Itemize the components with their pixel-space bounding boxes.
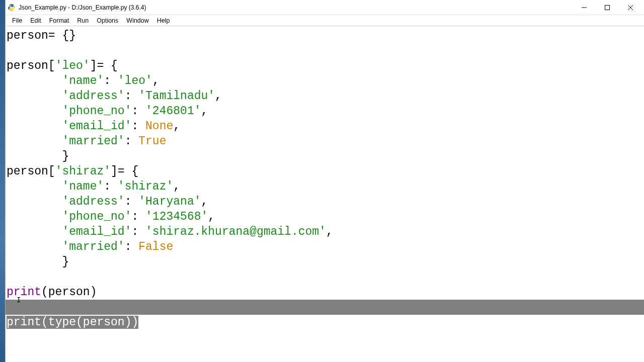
idle-window: Json_Example.py - D:/Json_Example.py (3.… (5, 0, 644, 362)
code-line: person['shiraz']= { (7, 165, 138, 178)
svg-rect-3 (605, 5, 610, 10)
code-line: 'phone_no': '246801', (7, 105, 208, 118)
menu-file[interactable]: File (9, 16, 26, 25)
minimize-button[interactable] (573, 0, 596, 15)
python-icon (8, 4, 16, 12)
desktop-left-sliver (0, 0, 5, 362)
code-line: 'married': False (7, 240, 173, 253)
code-line: person['leo']= { (7, 59, 118, 72)
code-line-selected: print(type(person)) (7, 316, 138, 329)
text-cursor-icon: I (17, 293, 21, 308)
close-button[interactable] (619, 0, 642, 15)
code-line: 'email_id': 'shiraz.khurana@gmail.com', (7, 225, 333, 238)
menu-window[interactable]: Window (123, 16, 152, 25)
code-line: 'married': True (7, 135, 166, 148)
svg-point-1 (13, 10, 14, 11)
code-line: 'name': 'leo', (7, 74, 159, 87)
code-line: 'name': 'shiraz', (7, 180, 180, 193)
menu-format[interactable]: Format (46, 16, 73, 25)
code-line: person= {} (7, 29, 76, 42)
code-line: } (7, 255, 69, 268)
menu-edit[interactable]: Edit (27, 16, 45, 25)
menu-run[interactable]: Run (73, 16, 92, 25)
window-title: Json_Example.py - D:/Json_Example.py (3.… (19, 4, 573, 11)
svg-point-0 (10, 5, 11, 6)
selection-empty-line (6, 300, 644, 315)
menubar: File Edit Format Run Options Window Help (6, 15, 644, 26)
code-line: 'phone_no': '1234568', (7, 210, 215, 223)
code-editor[interactable]: person= {} person['leo']= { 'name': 'leo… (6, 26, 644, 330)
code-line: 'address': 'Haryana', (7, 195, 208, 208)
code-line: 'email_id': None, (7, 120, 180, 133)
code-line: } (7, 150, 69, 163)
maximize-button[interactable] (596, 0, 619, 15)
code-line: 'address': 'Tamilnadu', (7, 89, 222, 103)
menu-options[interactable]: Options (93, 16, 122, 25)
menu-help[interactable]: Help (153, 16, 174, 25)
titlebar[interactable]: Json_Example.py - D:/Json_Example.py (3.… (6, 0, 644, 15)
